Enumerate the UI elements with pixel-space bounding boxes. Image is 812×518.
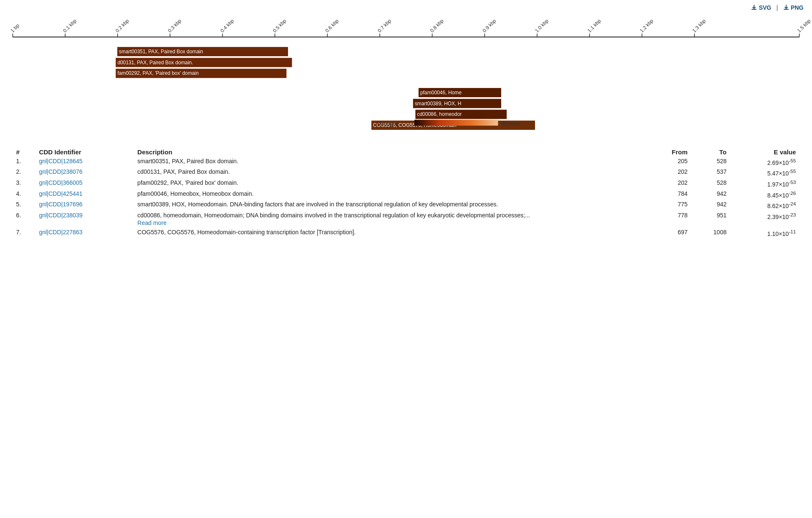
desc-text: cd00131, PAX, Paired Box domain. [137, 168, 230, 175]
svg-text:0.8 kbp: 0.8 kbp [429, 18, 445, 34]
cdd-id-link[interactable]: gnl|CDD|128645 [39, 158, 82, 164]
cdd-id-link[interactable]: gnl|CDD|366005 [39, 179, 82, 186]
to-cell: 942 [691, 200, 730, 211]
desc-cell: pfam00046, Homeobox, Homeobox domain. [134, 189, 647, 200]
cdd-id-link[interactable]: gnl|CDD|238039 [39, 212, 82, 219]
col-id: CDD Identifier [36, 148, 134, 156]
to-cell: 528 [691, 178, 730, 189]
results-table: # CDD Identifier Description From To E v… [13, 148, 799, 238]
row-num: 6. [13, 211, 36, 227]
desc-cell: COG5576, COG5576, Homeodomain-containing… [134, 227, 647, 238]
cdd-id-cell: gnl|CDD|366005 [36, 178, 134, 189]
table-row: 2.gnl|CDD|238076cd00131, PAX, Paired Box… [13, 167, 799, 178]
download-svg-icon [751, 5, 757, 11]
from-cell: 784 [647, 189, 691, 200]
from-cell: 202 [647, 167, 691, 178]
evalue-cell: 5.47×10-55 [730, 167, 799, 178]
cdd-id-cell: gnl|CDD|128645 [36, 156, 134, 167]
table-row: 7.gnl|CDD|227863COG5576, COG5576, Homeod… [13, 227, 799, 238]
desc-cell: cd00086, homeodomain, Homeodomain; DNA b… [134, 211, 647, 227]
svg-text:0.3 kbp: 0.3 kbp [167, 18, 183, 34]
from-cell: 202 [647, 178, 691, 189]
svg-text:1.1 kbp: 1.1 kbp [586, 18, 602, 34]
from-cell: 775 [647, 200, 691, 211]
bar5-label: smart00389, HOX, H [415, 101, 461, 107]
desc-cell: cd00131, PAX, Paired Box domain. [134, 167, 647, 178]
svg-text:1.2 kbp: 1.2 kbp [639, 18, 655, 34]
from-cell: 778 [647, 211, 691, 227]
cdd-id-cell: gnl|CDD|227863 [36, 227, 134, 238]
svg-text:1.5 kbp: 1.5 kbp [796, 18, 812, 34]
desc-cell: pfam00292, PAX, 'Paired box' domain. [134, 178, 647, 189]
evalue-cell: 8.62×10-24 [730, 200, 799, 211]
row-num: 4. [13, 189, 36, 200]
evalue-cell: 1.10×10-11 [730, 227, 799, 238]
row-num: 3. [13, 178, 36, 189]
desc-text: cd00086, homeodomain, Homeodomain; DNA b… [137, 212, 530, 219]
col-to: To [691, 148, 730, 156]
cdd-id-cell: gnl|CDD|238076 [36, 167, 134, 178]
cdd-id-link[interactable]: gnl|CDD|227863 [39, 229, 82, 236]
cdd-id-link[interactable]: gnl|CDD|425441 [39, 190, 82, 197]
col-num: # [13, 148, 36, 156]
desc-text: smart00351, PAX, Paired Box domain. [137, 158, 239, 164]
to-cell: 528 [691, 156, 730, 167]
svg-text:0.5 kbp: 0.5 kbp [272, 18, 288, 34]
row-num: 5. [13, 200, 36, 211]
evalue-cell: 2.39×10-23 [730, 211, 799, 227]
read-more-link[interactable]: Read more [137, 219, 643, 226]
weaker-label: Weaker [502, 121, 521, 127]
evalue-cell: 1.97×10-53 [730, 178, 799, 189]
desc-text: pfam00046, Homeobox, Homeobox domain. [137, 190, 254, 197]
bar1-label: smart00351, PAX, Paired Box domain [119, 49, 203, 55]
toolbar: SVG | PNG [8, 4, 804, 11]
row-num: 7. [13, 227, 36, 238]
desc-text: smart00389, HOX, Homeodomain. DNA-bindin… [137, 201, 498, 208]
png-download-button[interactable]: PNG [783, 4, 804, 11]
bar2-label: d00131, PAX, Paired Box domain. [118, 60, 193, 66]
cdd-id-link[interactable]: gnl|CDD|197696 [39, 201, 82, 208]
svg-text:0.9 kbp: 0.9 kbp [481, 18, 497, 34]
table-row: 5.gnl|CDD|197696smart00389, HOX, Homeodo… [13, 200, 799, 211]
to-cell: 951 [691, 211, 730, 227]
desc-text: COG5576, COG5576, Homeodomain-containing… [137, 229, 356, 236]
row-num: 1. [13, 156, 36, 167]
domain-visualization: 1 bp0.1 kbp0.2 kbp0.3 kbp0.4 kbp0.5 kbp0… [13, 14, 799, 143]
svg-label: SVG [759, 4, 771, 11]
evalue-cell: 8.45×10-26 [730, 189, 799, 200]
png-label: PNG [791, 4, 804, 11]
svg-text:0.7 kbp: 0.7 kbp [376, 18, 392, 34]
download-png-icon [783, 5, 789, 11]
bar6-label: cd00086, homeodor [417, 111, 462, 117]
col-desc: Description [134, 148, 647, 156]
cdd-id-cell: gnl|CDD|238039 [36, 211, 134, 227]
cdd-id-cell: gnl|CDD|425441 [36, 189, 134, 200]
from-cell: 697 [647, 227, 691, 238]
to-cell: 1008 [691, 227, 730, 238]
table-row: 1.gnl|CDD|128645smart00351, PAX, Paired … [13, 156, 799, 167]
svg-download-button[interactable]: SVG [751, 4, 771, 11]
svg-text:0.6 kbp: 0.6 kbp [324, 18, 340, 34]
to-cell: 942 [691, 189, 730, 200]
svg-text:0.1 kbp: 0.1 kbp [62, 18, 78, 34]
cdd-id-link[interactable]: gnl|CDD|238076 [39, 168, 82, 175]
stronger-label: Stronger [377, 121, 398, 127]
table-row: 4.gnl|CDD|425441pfam00046, Homeobox, Hom… [13, 189, 799, 200]
legend-gradient [414, 120, 498, 126]
from-cell: 205 [647, 156, 691, 167]
desc-cell: smart00389, HOX, Homeodomain. DNA-bindin… [134, 200, 647, 211]
col-evalue: E value [730, 148, 799, 156]
evalue-cell: 2.69×10-55 [730, 156, 799, 167]
table-header: # CDD Identifier Description From To E v… [13, 148, 799, 156]
cdd-id-cell: gnl|CDD|197696 [36, 200, 134, 211]
desc-text: pfam00292, PAX, 'Paired box' domain. [137, 179, 239, 186]
to-cell: 537 [691, 167, 730, 178]
row-num: 2. [13, 167, 36, 178]
bar3-label: fam00292, PAX, 'Paired box' domain [118, 70, 199, 76]
svg-text:0.4 kbp: 0.4 kbp [219, 18, 235, 34]
svg-text:1.0 kbp: 1.0 kbp [534, 18, 550, 34]
svg-text:1.3 kbp: 1.3 kbp [691, 18, 707, 34]
bar4-label: pfam00046, Home [420, 90, 462, 96]
table-row: 6.gnl|CDD|238039cd00086, homeodomain, Ho… [13, 211, 799, 227]
svg-text:0.2 kbp: 0.2 kbp [114, 18, 130, 34]
